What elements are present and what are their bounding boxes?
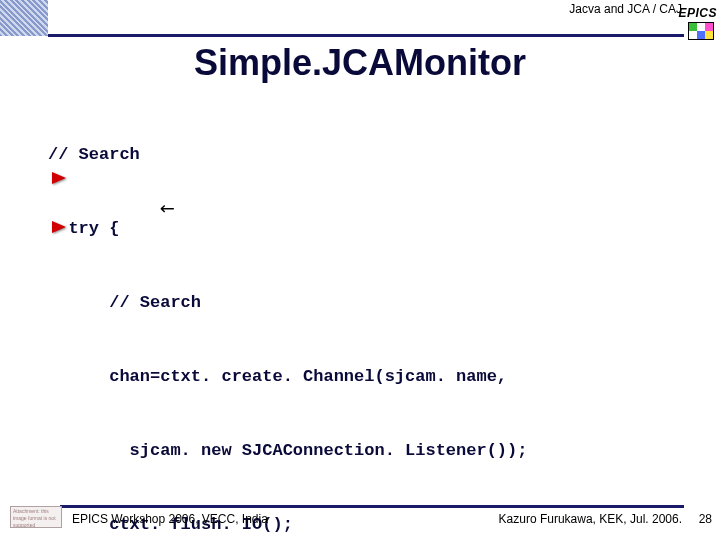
code-line: // Search (48, 143, 700, 168)
code-block: // Search try { // Search chan=ctxt. cre… (48, 94, 700, 540)
code-line: sjcam. new SJCAConnection. Listener()); (48, 439, 700, 464)
brand-label: EPICS (678, 6, 717, 20)
header-divider (48, 34, 684, 37)
logo-placeholder (0, 0, 48, 36)
page-number: 28 (699, 512, 712, 526)
image-placeholder: Attachment: this image format is not sup… (10, 506, 62, 528)
footer-right-text: Kazuro Furukawa, KEK, Jul. 2006. (499, 512, 682, 526)
breadcrumb: Jacva and JCA / CAJ (569, 2, 682, 16)
code-line: try { (48, 217, 700, 242)
page-title: Simple.JCAMonitor (0, 42, 720, 84)
arrow-icon (52, 172, 66, 184)
code-line: chan=ctxt. create. Channel(sjcam. name, (48, 365, 700, 390)
code-line: // Search (48, 291, 700, 316)
epics-logo-icon (688, 22, 714, 40)
footer-left-text: EPICS Workshop 2006, VECC, India (72, 512, 268, 526)
arrow-icon (52, 221, 66, 233)
footer-divider (60, 505, 684, 508)
footer: Attachment: this image format is not sup… (0, 510, 720, 530)
